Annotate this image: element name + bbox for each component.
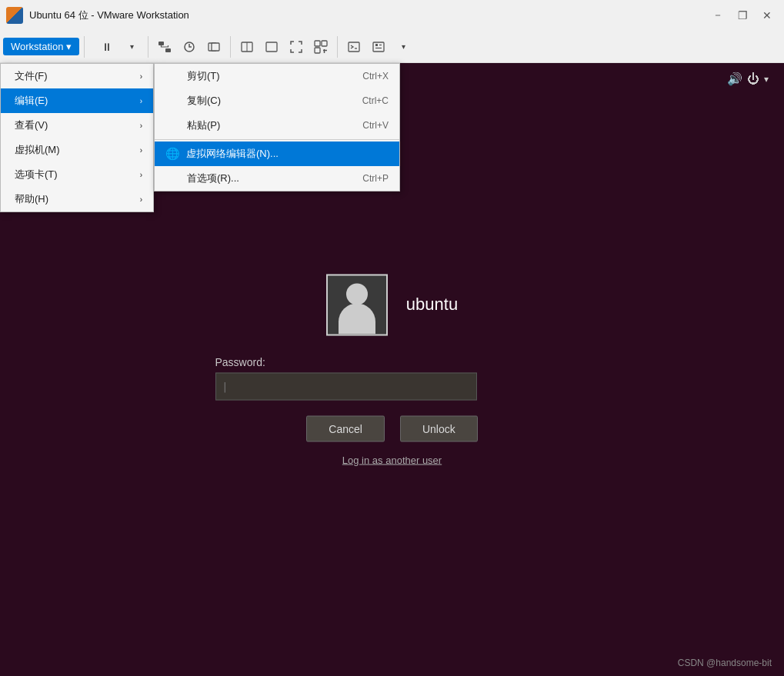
menu-workstation-dropdown: 文件(F) › 编辑(E) › 查看(V) › 虚拟机(M) › 选项卡(T) … <box>0 63 154 212</box>
login-panel: ubuntu Password: Cancel Unlock Log in as… <box>215 275 569 466</box>
paste-shortcut: Ctrl+V <box>362 120 389 131</box>
minimize-button[interactable]: － <box>707 8 729 23</box>
menu-edit-dropdown: 剪切(T) Ctrl+X 复制(C) Ctrl+C 粘贴(P) Ctrl+V 🌐… <box>154 63 400 191</box>
menu-item-file[interactable]: 文件(F) › <box>1 64 153 88</box>
menu-edit-prefs[interactable]: 首选项(R)... Ctrl+P <box>155 166 399 191</box>
svg-rect-9 <box>322 41 327 46</box>
view-arrow-icon: › <box>140 122 142 130</box>
svg-rect-0 <box>158 42 164 45</box>
close-button[interactable]: ✕ <box>756 8 778 23</box>
restore-button[interactable]: ❐ <box>732 8 753 23</box>
password-input[interactable] <box>215 373 477 401</box>
cut-shortcut: Ctrl+X <box>362 71 389 82</box>
login-as-another-link[interactable]: Log in as another user <box>342 455 442 466</box>
svg-rect-4 <box>212 43 219 51</box>
menu-item-tabs[interactable]: 选项卡(T) › <box>1 162 153 187</box>
tb-dropdown-icon[interactable]: ▾ <box>392 35 415 58</box>
menubar-separator <box>84 36 85 58</box>
app-icon <box>6 7 23 24</box>
cancel-button[interactable]: Cancel <box>306 416 385 442</box>
tb-pause-arrow-icon[interactable]: ▾ <box>120 35 143 58</box>
menu-edit-divider <box>155 139 399 140</box>
svg-rect-1 <box>165 48 171 52</box>
window-title: Ubuntu 64 位 - VMware Workstation <box>29 8 701 22</box>
tb-switch-icon[interactable] <box>153 35 176 58</box>
button-row: Cancel Unlock <box>306 416 477 442</box>
toolbar: ⏸ ▾ <box>95 35 415 58</box>
svg-rect-15 <box>373 42 384 52</box>
tb-sep2 <box>230 36 231 58</box>
avatar-figure <box>335 281 379 335</box>
svg-rect-16 <box>375 44 378 46</box>
menu-item-view[interactable]: 查看(V) › <box>1 113 153 138</box>
tb-pause-icon[interactable]: ⏸ <box>95 35 118 58</box>
menu-item-edit[interactable]: 编辑(E) › <box>1 88 153 113</box>
user-avatar <box>326 275 388 336</box>
tb-terminal-icon[interactable] <box>342 35 365 58</box>
tb-unity-icon[interactable] <box>309 35 332 58</box>
file-arrow-icon: › <box>140 72 142 81</box>
menu-edit-paste[interactable]: 粘贴(P) Ctrl+V <box>155 113 399 138</box>
menu-edit-vnet[interactable]: 🌐 虚拟网络编辑器(N)... <box>155 142 399 166</box>
titlebar: Ubuntu 64 位 - VMware Workstation － ❐ ✕ <box>0 0 784 31</box>
avatar-head <box>346 284 368 305</box>
svg-rect-8 <box>315 41 320 46</box>
avatar-body <box>339 304 375 335</box>
svg-rect-10 <box>315 48 320 53</box>
tb-snapshot2-icon[interactable] <box>202 35 225 58</box>
prefs-shortcut: Ctrl+P <box>362 173 389 184</box>
tb-settings-icon[interactable] <box>367 35 390 58</box>
menu-workstation-trigger[interactable]: Workstation ▾ <box>3 38 79 55</box>
menu-item-vm[interactable]: 虚拟机(M) › <box>1 138 153 162</box>
globe-icon: 🌐 <box>165 147 180 161</box>
menubar: Workstation ▾ ⏸ ▾ <box>0 31 784 63</box>
tb-fullscreen-icon[interactable] <box>285 35 308 58</box>
unlock-button[interactable]: Unlock <box>400 416 478 442</box>
volume-icon: 🔊 <box>727 72 742 86</box>
tabs-arrow-icon: › <box>140 171 142 179</box>
menu-edit-cut[interactable]: 剪切(T) Ctrl+X <box>155 64 399 88</box>
menu-edit-copy[interactable]: 复制(C) Ctrl+C <box>155 88 399 113</box>
username-label: ubuntu <box>406 295 458 315</box>
copy-shortcut: Ctrl+C <box>362 95 389 106</box>
vm-arrow-icon: › <box>140 146 142 155</box>
power-icon: ⏻ <box>747 72 759 86</box>
vm-system-tray: 🔊 ⏻ ▾ <box>727 72 769 86</box>
edit-arrow-icon: › <box>140 97 142 105</box>
menu-item-help[interactable]: 帮助(H) › <box>1 187 153 211</box>
tray-arrow-icon: ▾ <box>764 74 769 85</box>
tb-view1-icon[interactable] <box>235 35 259 58</box>
tb-sep3 <box>337 36 338 58</box>
watermark: CSDN @handsome-bit <box>678 658 772 668</box>
tb-sep1 <box>148 36 148 58</box>
help-arrow-icon: › <box>140 195 142 204</box>
tb-snapshot-icon[interactable] <box>178 35 201 58</box>
password-label: Password: <box>215 356 477 368</box>
svg-rect-7 <box>266 42 277 52</box>
tb-view2-icon[interactable] <box>260 35 283 58</box>
window-controls: － ❐ ✕ <box>707 8 778 23</box>
